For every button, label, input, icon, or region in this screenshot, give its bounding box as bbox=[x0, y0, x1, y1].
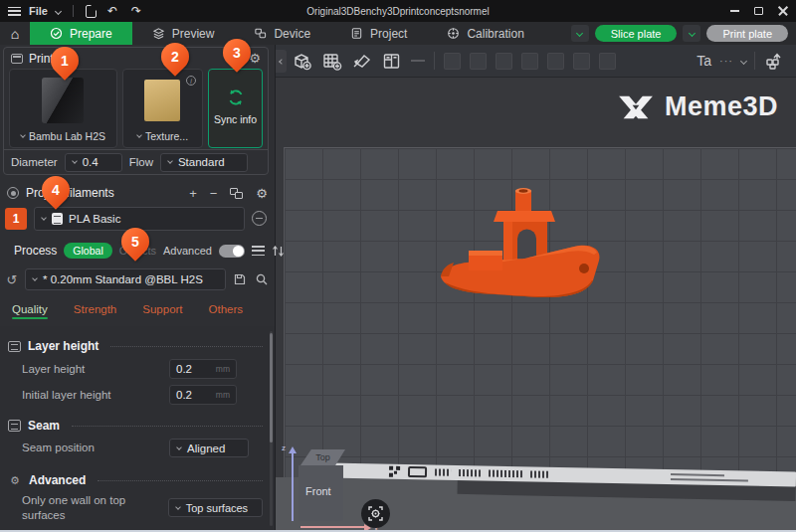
z-axis-line bbox=[292, 449, 294, 521]
initial-layer-height-input[interactable]: 0.2 mm bbox=[169, 385, 237, 405]
toolbar-divider bbox=[754, 52, 755, 70]
gizmo-front-face[interactable]: Front bbox=[298, 465, 343, 521]
plate-settings-button[interactable] bbox=[361, 499, 390, 528]
minimize-button[interactable] bbox=[730, 10, 739, 12]
file-menu[interactable]: File bbox=[29, 5, 48, 17]
view-list-icon[interactable] bbox=[252, 246, 265, 256]
tab-prepare[interactable]: Prepare bbox=[30, 22, 132, 45]
compare-presets-icon[interactable] bbox=[272, 245, 285, 258]
more-tools-icon[interactable]: ··· bbox=[719, 55, 733, 67]
maximize-button[interactable] bbox=[754, 7, 763, 15]
x-axis-line bbox=[300, 526, 364, 528]
printer-card[interactable]: Bambu Lab H2S bbox=[9, 69, 117, 148]
printer-section: Printer ⚙ Bambu Lab H2S i Texture... bbox=[3, 47, 269, 175]
arrange-icon[interactable] bbox=[351, 51, 372, 72]
tab-device[interactable]: Device bbox=[234, 22, 330, 45]
assembly-icon[interactable] bbox=[763, 51, 784, 72]
print-options-chevron[interactable] bbox=[683, 25, 700, 42]
flow-dropdown[interactable]: Standard bbox=[160, 153, 248, 172]
diameter-dropdown[interactable]: 0.4 bbox=[65, 153, 122, 172]
advanced-toggle-label: Advanced bbox=[163, 245, 212, 257]
process-preset-dropdown[interactable]: * 0.20mm Standard @BBL H2S bbox=[25, 268, 226, 290]
printer-section-icon bbox=[11, 54, 23, 64]
disabled-tool-icon bbox=[411, 60, 425, 62]
scale-tool-icon-disabled bbox=[496, 53, 512, 70]
filament-slot-badge[interactable]: 1 bbox=[5, 208, 27, 230]
rotate-tool-icon-disabled bbox=[470, 53, 487, 70]
process-preset-value: * 0.20mm Standard @BBL H2S bbox=[43, 273, 203, 285]
tab-project[interactable]: Project bbox=[330, 22, 427, 45]
viewport[interactable]: Ta ··· Meme3D bbox=[276, 45, 796, 532]
tab-others[interactable]: Others bbox=[209, 303, 244, 315]
filament-section-icon bbox=[7, 187, 19, 199]
add-filament-icon[interactable]: + bbox=[189, 186, 197, 201]
home-button[interactable]: ⌂ bbox=[0, 22, 30, 45]
tab-preview[interactable]: Preview bbox=[132, 22, 235, 45]
tab-support[interactable]: Support bbox=[142, 303, 182, 315]
filament-dropdown[interactable]: PLA Basic bbox=[34, 207, 245, 231]
tab-label: Preview bbox=[172, 27, 215, 41]
window-title: Original3DBenchy3Dprintconceptsnormel bbox=[306, 6, 489, 17]
plate-image bbox=[144, 80, 180, 121]
advanced-section-header: ⚙ Advanced bbox=[8, 473, 263, 487]
redo-icon[interactable]: ↷ bbox=[128, 4, 144, 18]
orientation-gizmo[interactable]: Top Front z x bbox=[298, 449, 346, 523]
sync-info-label: Sync info bbox=[214, 113, 257, 125]
flush-volumes-icon[interactable] bbox=[230, 188, 243, 199]
filament-settings-gear-icon[interactable]: ⚙ bbox=[256, 186, 268, 201]
tab-calibration[interactable]: Calibration bbox=[427, 22, 543, 45]
process-preset-row: ↺ * 0.20mm Standard @BBL H2S bbox=[5, 267, 270, 291]
advanced-toggle[interactable] bbox=[219, 245, 245, 258]
text-tool-icon[interactable]: Ta bbox=[696, 53, 711, 69]
plate-logo-marker-icon bbox=[408, 466, 427, 477]
slice-options-chevron[interactable] bbox=[571, 25, 589, 42]
reset-preset-icon[interactable]: ↺ bbox=[5, 272, 19, 287]
hamburger-menu-icon[interactable] bbox=[8, 7, 21, 16]
tab-strength[interactable]: Strength bbox=[74, 303, 116, 315]
seam-position-dropdown[interactable]: Aligned bbox=[169, 439, 249, 457]
remove-filament-icon[interactable]: − bbox=[210, 186, 218, 201]
split-layout-icon[interactable] bbox=[381, 51, 402, 72]
layer-height-input[interactable]: 0.2 mm bbox=[169, 359, 237, 379]
filament-spool-icon bbox=[52, 213, 63, 225]
search-icon[interactable] bbox=[254, 272, 270, 286]
process-tabs: Quality Strength Support Others bbox=[12, 299, 270, 319]
sync-info-button[interactable]: Sync info bbox=[208, 69, 263, 148]
scope-global-button[interactable]: Global bbox=[64, 243, 111, 259]
plate-card[interactable]: i Texture... bbox=[122, 69, 203, 148]
main-tab-bar: ⌂ Prepare Preview Device Project Calibra… bbox=[0, 22, 796, 45]
remove-filament-circle-icon[interactable] bbox=[252, 211, 267, 226]
scene-3d[interactable]: Meme3D bbox=[276, 78, 796, 532]
cut-tool-icon-disabled bbox=[547, 53, 564, 70]
input-value: 0.2 bbox=[176, 363, 192, 375]
only-one-wall-top-dropdown[interactable]: Top surfaces bbox=[168, 498, 263, 517]
input-value: 0.2 bbox=[176, 389, 192, 401]
tools-chevron-icon[interactable] bbox=[740, 57, 747, 64]
close-button[interactable] bbox=[778, 6, 788, 16]
plate-info-icon[interactable]: i bbox=[186, 76, 196, 86]
diameter-label: Diameter bbox=[11, 156, 58, 168]
undo-icon[interactable]: ↶ bbox=[104, 4, 120, 18]
add-plate-icon[interactable] bbox=[321, 51, 342, 72]
print-plate-button[interactable]: Print plate bbox=[706, 25, 788, 42]
lay-flat-tool-icon-disabled bbox=[521, 53, 538, 70]
move-tool-icon-disabled bbox=[444, 53, 461, 70]
new-project-icon[interactable] bbox=[86, 5, 97, 18]
project-icon bbox=[350, 27, 363, 40]
file-menu-chevron-icon[interactable] bbox=[55, 7, 62, 14]
slice-plate-button[interactable]: Slice plate bbox=[595, 25, 678, 42]
plate-name: Texture... bbox=[145, 130, 188, 142]
printer-dropdown-chevron-icon bbox=[20, 132, 26, 138]
divider bbox=[73, 5, 74, 17]
add-model-icon[interactable] bbox=[292, 51, 312, 72]
device-icon bbox=[254, 27, 267, 40]
benchy-model[interactable] bbox=[425, 185, 616, 308]
gizmo-top-face[interactable]: Top bbox=[300, 449, 345, 465]
tab-quality[interactable]: Quality bbox=[12, 303, 48, 315]
setting-row: Seam position Aligned bbox=[22, 439, 263, 457]
collapse-panel-handle[interactable] bbox=[276, 50, 287, 73]
panel-scrollbar[interactable] bbox=[270, 331, 273, 526]
save-preset-icon[interactable] bbox=[232, 272, 248, 286]
layer-height-section-header: Layer height bbox=[8, 339, 263, 353]
diameter-value: 0.4 bbox=[83, 156, 99, 168]
